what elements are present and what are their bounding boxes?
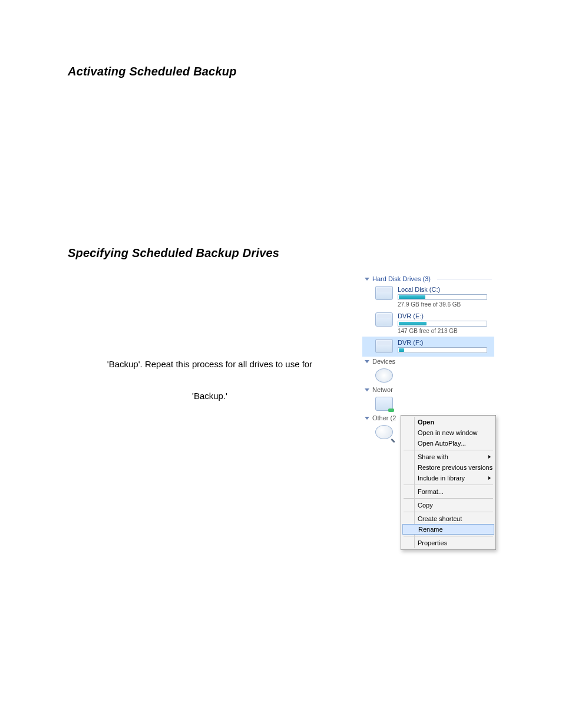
group-label: Other (2 [372,414,396,421]
heading-activating: Activating Scheduled Backup [68,65,494,78]
device-item-optical[interactable] [362,366,494,385]
menu-item-open-autoplay[interactable]: Open AutoPlay... [401,438,495,449]
optical-drive-icon [375,368,393,383]
menu-item-properties[interactable]: Properties [401,538,495,548]
network-drive-item[interactable] [362,394,494,413]
menu-item-share-with[interactable]: Share with [401,452,495,462]
body-line-2: 'Backup.' [68,388,352,404]
body-line-1: 'Backup'. Repeat this process for all dr… [68,357,352,372]
drive-free-text: 27.9 GB free of 39.6 GB [398,301,491,308]
expand-icon [365,360,369,363]
capacity-fill [399,322,427,325]
document-page: Activating Scheduled Backup Specifying S… [0,0,562,728]
menu-item-restore-previous[interactable]: Restore previous versions [401,462,495,473]
capacity-bar [398,347,487,353]
hard-drive-icon [375,312,393,327]
capacity-fill [399,348,404,352]
drive-info: DVR (E:) 147 GB free of 213 GB [398,312,491,334]
drive-name: DVR (F:) [398,339,491,346]
menu-item-create-shortcut[interactable]: Create shortcut [401,513,495,524]
heading-specifying: Specifying Scheduled Backup Drives [68,246,494,260]
context-menu: Open Open in new window Open AutoPlay...… [401,415,496,550]
menu-separator [404,536,493,536]
hard-drive-icon [375,339,393,353]
menu-item-format[interactable]: Format... [401,486,495,497]
drive-info: DVR (F:) [398,339,491,354]
expand-icon [365,417,369,420]
menu-item-open-new-window[interactable]: Open in new window [401,427,495,438]
group-label: Hard Disk Drives (3) [372,275,431,282]
divider [437,279,492,279]
hard-drive-icon [375,286,393,300]
body-text: 'Backup'. Repeat this process for all dr… [68,274,352,442]
drive-info: Local Disk (C:) 27.9 GB free of 39.6 GB [398,286,491,308]
group-devices[interactable]: Devices [362,357,494,366]
expand-icon [365,278,369,281]
group-label: Devices [372,358,395,365]
expand-icon [365,388,369,391]
menu-separator [404,498,493,499]
search-icon [375,425,393,439]
drive-name: DVR (E:) [398,312,491,319]
drive-free-text: 147 GB free of 213 GB [398,328,491,334]
capacity-fill [399,295,425,299]
drive-dvr-e[interactable]: DVR (E:) 147 GB free of 213 GB [362,310,494,337]
capacity-bar [398,321,487,327]
menu-item-open[interactable]: Open [401,417,495,427]
menu-separator [404,512,493,512]
group-hard-disk-drives[interactable]: Hard Disk Drives (3) [362,274,494,284]
group-label: Networ [372,386,393,393]
menu-item-copy[interactable]: Copy [401,500,495,510]
capacity-bar [398,294,487,300]
group-network[interactable]: Networ [362,385,494,394]
menu-separator [404,485,493,485]
network-drive-icon [375,397,393,411]
drive-dvr-f[interactable]: DVR (F:) [362,337,494,357]
menu-item-rename[interactable]: Rename [402,524,494,535]
drive-local-disk-c[interactable]: Local Disk (C:) 27.9 GB free of 39.6 GB [362,284,494,310]
menu-separator [404,450,493,450]
menu-item-include-library[interactable]: Include in library [401,473,495,483]
drive-name: Local Disk (C:) [398,286,491,293]
